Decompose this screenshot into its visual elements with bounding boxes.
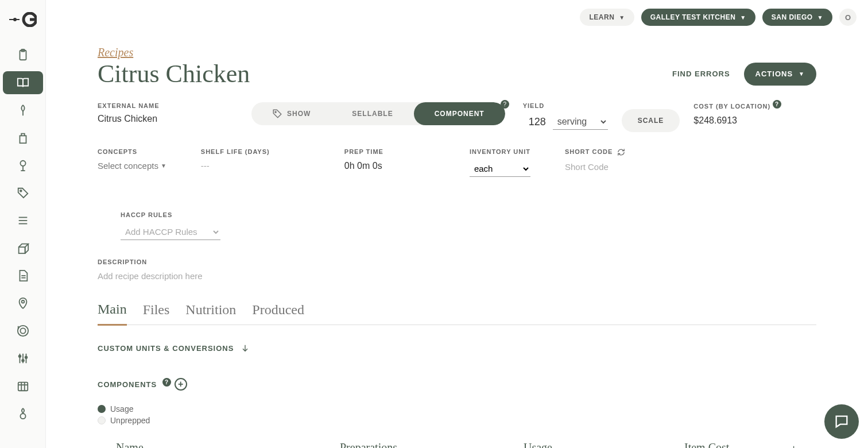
short-code-label: SHORT CODE <box>565 148 674 156</box>
add-row-button[interactable]: + <box>789 441 798 448</box>
nav-reports[interactable] <box>3 402 43 425</box>
svg-rect-12 <box>18 247 25 253</box>
add-component-button[interactable]: + <box>175 378 187 391</box>
prep-time-label: PREP TIME <box>344 148 383 155</box>
legend: Usage Unprepped <box>98 404 816 425</box>
sellable-toggle[interactable]: SELLABLE <box>331 102 413 125</box>
description-input[interactable]: Add recipe description here <box>98 271 816 281</box>
chevron-down-icon: ▼ <box>740 14 746 21</box>
cost-label: COST (BY LOCATION)? <box>693 102 781 111</box>
concepts-select[interactable]: Select concepts▼ <box>98 161 166 171</box>
page-title: Citrus Chicken <box>98 59 250 88</box>
recipe-type-toggle: SHOW SELLABLE COMPONENT <box>251 102 505 125</box>
logo <box>9 11 37 28</box>
svg-point-23 <box>25 356 27 358</box>
avatar[interactable]: O <box>839 9 857 26</box>
yield-unit-select[interactable]: serving <box>553 114 608 130</box>
svg-point-7 <box>20 161 25 166</box>
concepts-label: CONCEPTS <box>98 148 166 155</box>
content: Recipes Citrus Chicken FIND ERRORS ACTIO… <box>46 34 868 448</box>
location-selector[interactable]: SAN DIEGO▼ <box>762 9 832 26</box>
tag-icon <box>272 109 282 119</box>
nav-tags[interactable] <box>3 181 43 204</box>
nav-lists[interactable] <box>3 209 43 232</box>
external-name-value[interactable]: Citrus Chicken <box>98 114 206 124</box>
custom-units-toggle[interactable]: CUSTOM UNITS & CONVERSIONS <box>98 343 816 353</box>
haccp-label: HACCP RULES <box>121 211 220 218</box>
chevron-down-icon: ▼ <box>619 14 625 21</box>
tab-nutrition[interactable]: Nutrition <box>185 302 236 325</box>
nav-inventory[interactable] <box>3 237 43 260</box>
prep-time-value[interactable]: 0h 0m 0s <box>344 161 383 171</box>
col-cost: Item Cost <box>684 441 789 448</box>
sidebar <box>0 0 46 448</box>
svg-point-15 <box>21 300 24 303</box>
tab-main[interactable]: Main <box>98 302 127 326</box>
svg-point-8 <box>20 190 21 192</box>
tab-files[interactable]: Files <box>143 302 170 325</box>
kitchen-selector[interactable]: GALLEY TEST KITCHEN▼ <box>641 9 755 26</box>
scale-button[interactable]: SCALE <box>622 109 680 132</box>
nav-documents[interactable] <box>3 264 43 287</box>
short-code-input[interactable] <box>565 162 674 172</box>
usage-legend-dot <box>98 405 106 413</box>
col-prep: Preparations <box>340 441 524 448</box>
usage-legend-label: Usage <box>110 404 133 414</box>
tabs: Main Files Nutrition Produced <box>98 302 816 325</box>
tab-produced[interactable]: Produced <box>252 302 304 325</box>
svg-rect-24 <box>18 383 28 391</box>
col-name: Name <box>116 441 340 448</box>
shelf-life-input[interactable] <box>201 161 310 171</box>
help-icon[interactable]: ? <box>501 100 509 109</box>
chat-button[interactable] <box>824 404 859 439</box>
nav-menus[interactable] <box>3 154 43 177</box>
show-toggle[interactable]: SHOW <box>251 102 331 125</box>
external-name-label: EXTERNAL NAME <box>98 102 206 109</box>
components-table: Name Preparations Usage Item Cost + Chic… <box>98 434 816 448</box>
nav-clipboard[interactable] <box>3 44 43 67</box>
inventory-unit-label: INVENTORY UNIT <box>470 148 530 155</box>
help-icon[interactable]: ? <box>773 100 781 109</box>
chevron-down-icon: ▼ <box>161 163 166 169</box>
svg-point-28 <box>20 414 25 419</box>
actions-button[interactable]: ACTIONS▼ <box>744 63 816 86</box>
nav-vendors[interactable] <box>3 126 43 149</box>
nav-locations[interactable] <box>3 292 43 315</box>
chevron-down-icon: ▼ <box>817 14 823 21</box>
haccp-select[interactable]: Add HACCP Rules <box>121 224 220 240</box>
main: LEARN▼ GALLEY TEST KITCHEN▼ SAN DIEGO▼ O… <box>46 0 868 448</box>
refresh-icon[interactable] <box>617 148 625 156</box>
topbar: LEARN▼ GALLEY TEST KITCHEN▼ SAN DIEGO▼ O <box>46 0 868 34</box>
nav-catering[interactable] <box>3 319 43 342</box>
svg-point-16 <box>17 326 28 336</box>
yield-label: YIELD <box>523 102 608 109</box>
unprepped-legend-dot <box>98 416 106 424</box>
breadcrumb[interactable]: Recipes <box>98 46 133 59</box>
svg-point-17 <box>20 328 25 333</box>
nav-recipes[interactable] <box>3 71 43 94</box>
svg-rect-6 <box>20 136 26 143</box>
arrow-down-icon <box>241 343 250 353</box>
shelf-life-label: SHELF LIFE (DAYS) <box>201 148 310 155</box>
svg-rect-1 <box>9 19 20 20</box>
svg-point-22 <box>22 360 24 362</box>
chevron-down-icon: ▼ <box>799 71 805 77</box>
nav-calendar[interactable] <box>3 374 43 397</box>
learn-button[interactable]: LEARN▼ <box>580 9 634 26</box>
inventory-unit-select[interactable]: each <box>470 161 530 177</box>
help-icon[interactable]: ? <box>162 378 171 387</box>
yield-value[interactable]: 128 <box>523 116 546 128</box>
svg-point-21 <box>18 356 21 358</box>
description-label: DESCRIPTION <box>98 258 147 265</box>
nav-ingredients[interactable] <box>3 99 43 122</box>
cost-value: $248.6913 <box>693 115 781 126</box>
svg-point-29 <box>275 111 276 113</box>
components-label: COMPONENTS <box>98 380 157 389</box>
component-toggle[interactable]: COMPONENT <box>414 102 505 125</box>
unprepped-legend-label: Unprepped <box>110 416 150 425</box>
chat-icon <box>834 414 850 430</box>
find-errors-button[interactable]: FIND ERRORS <box>672 69 730 78</box>
nav-settings[interactable] <box>3 347 43 370</box>
col-usage: Usage <box>524 441 684 448</box>
